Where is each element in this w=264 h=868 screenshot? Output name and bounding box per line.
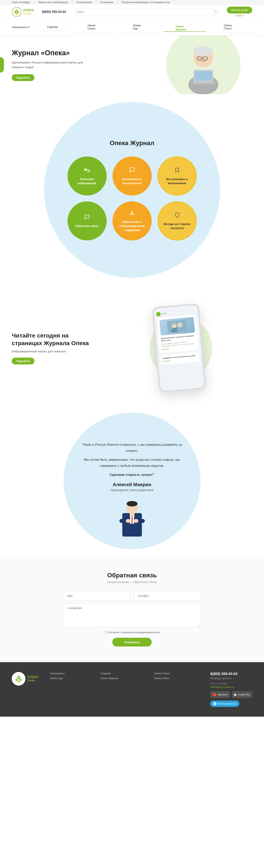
- svg-point-30: [127, 501, 138, 506]
- feature-label-3: Обратная связь: [75, 224, 99, 228]
- read-section: Читайте сегодня на страницах Журнала Опе…: [0, 285, 264, 410]
- google-play-badge[interactable]: ▶ Google Play: [232, 691, 252, 698]
- chevron-down-icon: ▾: [28, 26, 30, 29]
- svg-point-6: [18, 12, 19, 13]
- phone-frame: ОПЕКА: [152, 303, 206, 393]
- hero-button[interactable]: Подробнее: [12, 74, 34, 81]
- footer-logo-section: ОПЕКА Family: [12, 672, 38, 686]
- hero-image: [154, 35, 252, 94]
- feature-label-0: Полезная информация: [72, 177, 103, 185]
- message-field[interactable]: [63, 603, 201, 627]
- footer-nav-pansionaty[interactable]: Пансионаты: [50, 672, 93, 675]
- footer-press-email[interactable]: media@sgc-opeca.ru: [210, 686, 252, 688]
- hero-description: Крупнейший в России информационный порта…: [12, 60, 94, 69]
- features-outer-circle: Опека Журнал ❝≡ Полезная информация Возм…: [44, 102, 220, 278]
- footer-nav-grid: Пансионаты Сиделки Умная Опека Опека Еда…: [50, 672, 199, 680]
- quote-name: Алексей Маврин: [75, 482, 189, 487]
- hero-section: Журнал «Опека» Крупнейший в России инфор…: [0, 35, 264, 94]
- header: ОПЕКА Family 8(800) 555-54-03 Оплата усл…: [0, 5, 264, 19]
- accessibility-link[interactable]: Версия для слабовидящих: [38, 1, 68, 4]
- reveal-link[interactable]: Раскрытие информации о поставщике услуг: [122, 1, 170, 4]
- quote-text3: Сделаем старость лучше!": [75, 472, 189, 478]
- app-store-label: App Store: [218, 693, 228, 696]
- nav-item-sidelki[interactable]: Сиделки: [35, 23, 70, 31]
- google-play-icon: ▶: [234, 692, 237, 697]
- read-title: Читайте сегодня на страницах Журнала Опе…: [12, 332, 90, 347]
- phone-article-image: [159, 317, 195, 336]
- hero-content: Журнал «Опека» Крупнейший в России инфор…: [12, 49, 94, 81]
- company-link[interactable]: О компании: [100, 1, 113, 4]
- telegram-button[interactable]: Присоединиться: [210, 701, 239, 707]
- logo-text: ОПЕКА Family: [23, 8, 34, 15]
- quote-person-title: Председатель совета директоров: [75, 489, 189, 492]
- city-label: Санкт-Петербург: [12, 1, 30, 4]
- nav-item-eda[interactable]: Опека Еда: [121, 22, 158, 33]
- svg-rect-19: [191, 82, 216, 84]
- hero-title: Журнал «Опека»: [12, 49, 94, 57]
- main-nav: Пансионаты ▾ Сиделки Умная Опека Опека Е…: [0, 19, 264, 35]
- footer-logo-circle: [12, 672, 25, 686]
- svg-point-4: [16, 13, 18, 15]
- nav-item-journal[interactable]: Опека Журнал: [164, 23, 206, 32]
- program-link[interactable]: Госпрограмма: [76, 1, 92, 4]
- feedback-title: Обратная связь: [12, 572, 252, 579]
- feedback-section: Обратная связь Лучшее решение — обратитс…: [0, 556, 264, 662]
- form-row-name-phone: [63, 591, 201, 600]
- phone-article-card: Маленький бизнес на пенсии. Составляем б…: [157, 314, 199, 353]
- privacy-label: Согласен с политикой конфиденциальности: [108, 631, 160, 634]
- feature-icon-2: [175, 167, 180, 175]
- feature-label-4: Моральная и информационная поддержка: [116, 220, 148, 232]
- svg-point-36: [126, 519, 131, 523]
- svg-point-44: [18, 677, 19, 678]
- feature-icon-5: [175, 212, 180, 220]
- pay-button[interactable]: Оплата услуг: [227, 7, 252, 13]
- footer-nav: Пансионаты Сиделки Умная Опека Опека Еда…: [50, 672, 199, 680]
- footer-email[interactable]: info@sgc-opeca.ru: [210, 677, 252, 680]
- phone-screen: ОПЕКА: [153, 305, 204, 391]
- feature-item-4: Моральная и информационная поддержка: [112, 202, 152, 241]
- footer-nav-plus[interactable]: Опека Плюс+: [154, 677, 199, 680]
- google-play-label: Google Play: [238, 693, 250, 696]
- search-input[interactable]: [74, 9, 219, 15]
- quote-text2: Мы хотим быть уверенными, что когда мы с…: [75, 457, 189, 469]
- feedback-form: Согласен с политикой конфиденциальности …: [63, 591, 201, 647]
- cabinet-link[interactable]: Кабинет: [235, 14, 244, 17]
- header-phone[interactable]: 8(800) 555-54-03: [42, 10, 66, 14]
- features-grid: ❝≡ Полезная информация Возможность выска…: [68, 156, 197, 241]
- feature-item-1: Возможность высказаться: [112, 156, 152, 195]
- phone-mockup: ОПЕКА: [106, 301, 252, 395]
- search-button[interactable]: [214, 10, 217, 14]
- telegram-label: Присоединиться: [218, 702, 236, 705]
- logo[interactable]: ОПЕКА Family: [12, 7, 34, 17]
- app-store-badge[interactable]: 🍎 App Store: [210, 691, 230, 698]
- footer-nav-sidelki[interactable]: Сиделки: [101, 672, 147, 675]
- footer-nav-eda[interactable]: Опека Еда: [50, 677, 93, 680]
- footer-nav-umnaya[interactable]: Умная Опека: [154, 672, 199, 675]
- svg-point-37: [134, 519, 138, 523]
- submit-button[interactable]: Отправить: [112, 638, 152, 647]
- features-section-wrapper: Опека Журнал ❝≡ Полезная информация Возм…: [0, 94, 264, 285]
- footer: ОПЕКА Family Пансионаты Сиделки Умная Оп…: [0, 662, 264, 717]
- nav-item-umnaya[interactable]: Умная Опека: [76, 22, 115, 33]
- svg-point-20: [131, 211, 133, 213]
- top-bar: Санкт-Петербург | Версия для слабовидящи…: [0, 0, 264, 5]
- search-icon: [214, 10, 217, 13]
- svg-point-13: [193, 46, 213, 56]
- nav-item-plus[interactable]: Опека Плюс+: [212, 22, 252, 33]
- read-button[interactable]: Подробнее: [12, 358, 34, 365]
- svg-rect-18: [195, 71, 212, 81]
- svg-point-42: [16, 680, 17, 681]
- checkbox-row: Согласен с политикой конфиденциальности: [63, 631, 201, 634]
- phone-field[interactable]: [134, 591, 201, 600]
- quote-wrapper: "Люди в России боятся старости, и мы нам…: [0, 410, 264, 556]
- nav-item-pansionaty[interactable]: Пансионаты ▾: [12, 26, 30, 29]
- privacy-checkbox[interactable]: [104, 631, 106, 633]
- feature-label-2: Без рекламы и мошенников: [162, 177, 192, 185]
- name-field[interactable]: [63, 591, 130, 600]
- footer-nav-journal[interactable]: Опека Журнал: [101, 677, 147, 680]
- phone-article-card-2: Подбираем личные автомобильные вещи Подр…: [160, 352, 200, 365]
- telegram-icon: [213, 702, 216, 705]
- hero-circle: [166, 35, 240, 94]
- svg-rect-33: [132, 516, 132, 524]
- feedback-subtitle: Лучшее решение — обратится в Опеку: [12, 581, 252, 584]
